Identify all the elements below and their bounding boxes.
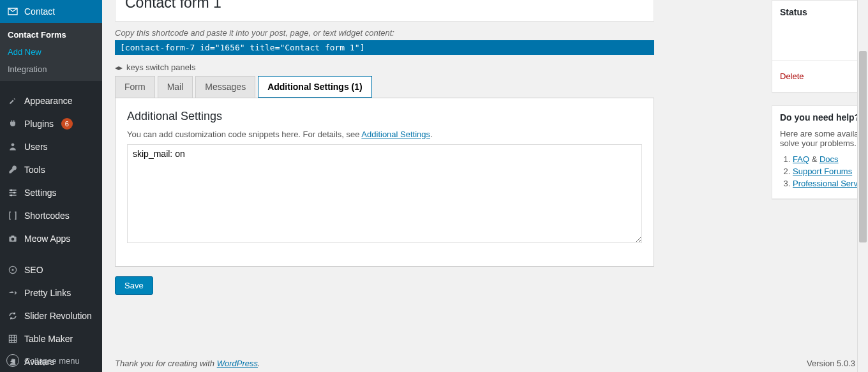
shortcode-hint: Copy this shortcode and paste it into yo… [115,28,855,38]
sidebar-item-users[interactable]: Users [0,135,102,158]
meta-boxes: Status Duplicate Delete Save Do you need… [772,0,868,212]
tab-form[interactable]: Form [115,76,155,98]
sidebar-item-label: Appearance [24,96,73,106]
faq-link[interactable]: FAQ [793,154,809,164]
sidebar-item-meow-apps[interactable]: Meow Apps [0,227,102,250]
grid-icon [6,332,19,345]
additional-settings-textarea[interactable] [127,144,642,243]
plug-icon [6,117,19,130]
svg-rect-9 [11,235,15,237]
docs-link[interactable]: Docs [819,154,839,164]
panel-description: You can add customization code snippets … [127,130,642,139]
svg-rect-12 [9,335,16,342]
sidebar-item-label: Contact [24,6,55,17]
sidebar-item-tools[interactable]: Tools [0,158,102,181]
sidebar-item-label: Plugins [24,119,54,129]
tab-mail[interactable]: Mail [158,76,193,98]
additional-settings-link[interactable]: Additional Settings [361,130,430,139]
arrows-icon: ◂▸ [115,63,123,72]
refresh-icon [6,309,19,322]
brackets-icon [6,209,19,222]
delete-link[interactable]: Delete [780,71,804,81]
help-text: Here are some available options to help … [780,129,868,148]
help-box: Do you need help? Here are some availabl… [772,105,868,199]
sidebar-item-table-maker[interactable]: Table Maker [0,327,102,350]
wordpress-link[interactable]: WordPress [217,359,258,368]
svg-point-6 [10,194,12,196]
collapse-icon: ◀ [6,354,19,367]
collapse-label: Collapse menu [24,356,80,366]
panel-heading: Additional Settings [127,110,642,123]
sidebar-item-label: Settings [24,188,57,198]
main-content: Contact form 1 Copy this shortcode and p… [102,0,868,372]
tab-additional-settings[interactable]: Additional Settings (1) [258,76,372,98]
seo-icon [6,264,19,276]
sidebar-item-settings[interactable]: Settings [0,181,102,204]
collapse-menu[interactable]: ◀ Collapse menu [0,349,102,372]
status-title: Status [772,1,868,24]
admin-sidebar: Contact Contact Forms Add New Integratio… [0,0,102,372]
tab-messages[interactable]: Messages [195,76,255,98]
sidebar-item-label: Meow Apps [24,234,70,244]
sidebar-item-slider-revolution[interactable]: Slider Revolution [0,304,102,327]
svg-point-8 [11,237,15,241]
sidebar-item-label: Table Maker [24,334,73,344]
sidebar-item-seo[interactable]: SEO [0,258,102,281]
footer-thankyou: Thank you for creating with WordPress. [115,359,260,368]
star-icon [6,286,19,299]
save-button[interactable]: Save [115,276,153,295]
help-title: Do you need help? [772,106,868,129]
svg-point-0 [11,143,15,146]
user-icon [6,140,19,153]
submenu-add-new[interactable]: Add New [0,43,102,61]
submenu-integration[interactable]: Integration [0,61,102,78]
brush-icon [6,94,19,107]
sidebar-item-label: Users [24,142,48,152]
footer: Thank you for creating with WordPress. V… [115,359,855,368]
sliders-icon [6,186,19,199]
title-box: Contact form 1 [115,0,654,22]
sidebar-item-contact[interactable]: Contact [0,0,102,23]
svg-point-4 [10,189,12,191]
keys-hint: ◂▸ keys switch panels [115,63,855,72]
tabs: Form Mail Messages Additional Settings (… [115,76,654,98]
additional-settings-panel: Additional Settings You can add customiz… [115,98,654,267]
status-box: Status Duplicate Delete Save [772,0,868,93]
camera-icon [6,232,19,245]
keys-hint-text: keys switch panels [126,63,195,72]
sidebar-item-pretty-links[interactable]: Pretty Links [0,281,102,304]
svg-point-5 [13,191,15,193]
scrollbar[interactable] [857,0,868,372]
sidebar-item-plugins[interactable]: Plugins 6 [0,112,102,135]
shortcode-field[interactable]: [contact-form-7 id="1656" title="Contact… [115,40,654,55]
sidebar-item-shortcodes[interactable]: Shortcodes [0,204,102,227]
sidebar-item-appearance[interactable]: Appearance [0,89,102,112]
sidebar-item-label: Pretty Links [24,288,71,298]
scrollbar-thumb[interactable] [859,51,867,242]
plugins-badge: 6 [61,118,73,130]
contact-submenu: Contact Forms Add New Integration [0,23,102,81]
sidebar-item-label: Tools [24,165,45,175]
help-links-list: FAQ & Docs Support Forums Professional S… [780,154,868,188]
footer-version: Version 5.0.3 [807,359,855,368]
sidebar-item-label: Shortcodes [24,211,70,221]
mail-icon [6,5,19,18]
svg-point-11 [11,269,13,271]
support-forums-link[interactable]: Support Forums [793,167,852,176]
sidebar-item-label: SEO [24,265,43,275]
page-title: Contact form 1 [125,0,644,11]
wrench-icon [6,163,19,176]
submenu-contact-forms[interactable]: Contact Forms [0,26,102,43]
sidebar-item-label: Slider Revolution [24,311,92,321]
